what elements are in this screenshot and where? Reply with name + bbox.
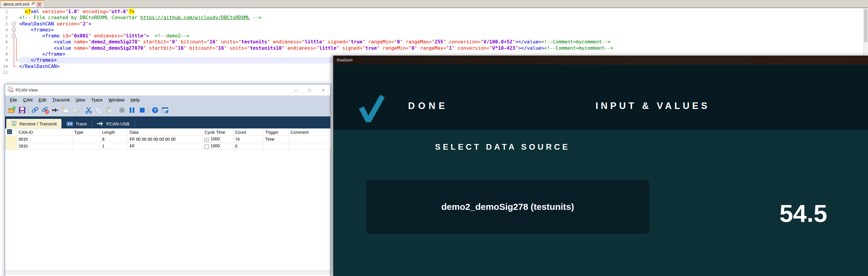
- stop-button[interactable]: [137, 105, 147, 115]
- code-line[interactable]: 6 <value name="demo2_demoSig278" startbi…: [0, 39, 868, 45]
- cell-trigger: Time: [264, 136, 289, 143]
- pcan-statusbar: [5, 270, 330, 275]
- header-length[interactable]: Length: [100, 129, 128, 136]
- code-line[interactable]: 4 <frames>: [0, 27, 868, 33]
- edit-message-icon: [71, 106, 80, 114]
- menu-help[interactable]: Help: [128, 97, 143, 102]
- editor-scrollbar-thumb[interactable]: [864, 9, 867, 42]
- header-count[interactable]: Count: [233, 129, 264, 136]
- line-number: 7: [0, 45, 10, 51]
- line-number: 2: [0, 15, 10, 21]
- menu-window[interactable]: Window: [106, 97, 128, 102]
- realdash-body: SELECT DATA SOURCE demo2_demoSig278 (tes…: [333, 130, 868, 276]
- maximize-button[interactable]: □: [303, 84, 316, 95]
- cell-data: FF 00 00 00 00 00 00 00: [128, 136, 203, 143]
- code-line[interactable]: 3<RealDashCAN version="2">: [0, 21, 868, 27]
- menu-file[interactable]: File: [7, 97, 20, 102]
- tab-label: Receive / Transmit: [20, 121, 57, 126]
- header-data[interactable]: Data: [128, 129, 203, 136]
- paste-button[interactable]: [104, 105, 114, 115]
- code-line[interactable]: 7 <value name="demo2_demoSig27870" start…: [0, 45, 868, 51]
- fold-guide-line: [14, 26, 14, 66]
- fold-marker-line5[interactable]: [12, 34, 16, 38]
- menu-view[interactable]: View: [73, 97, 88, 102]
- pcan-toolbar: ? i: [5, 104, 330, 117]
- record-button[interactable]: [117, 105, 127, 115]
- svg-text:i: i: [166, 111, 167, 113]
- edit-message-button[interactable]: [71, 105, 81, 115]
- line-number: 4: [0, 27, 10, 33]
- fold-marker-line4[interactable]: [12, 28, 16, 31]
- help-icon: ?: [151, 106, 159, 114]
- receive-transmit-icon: [11, 121, 17, 126]
- editor-tab-demo-xml[interactable]: demo.xml.xml ×: [1, 0, 44, 7]
- minimize-button[interactable]: –: [289, 84, 303, 95]
- table-row[interactable]: 001h 8 FF 00 00 00 00 00 00 00 ✓1000 74 …: [5, 136, 331, 143]
- cell-data: FF: [128, 143, 203, 150]
- cell-length: 8: [100, 136, 128, 143]
- save-button[interactable]: [17, 105, 27, 115]
- header-cycle-time[interactable]: Cycle Time: [203, 129, 233, 136]
- line-number: 11: [0, 69, 10, 75]
- cell-count: 74: [233, 136, 264, 143]
- line-number: 6: [0, 39, 10, 45]
- menu-transmit[interactable]: Transmit: [50, 97, 73, 102]
- fold-marker-line3[interactable]: [12, 22, 16, 26]
- svg-text:CAN: CAN: [10, 90, 13, 92]
- close-tab-icon[interactable]: ×: [37, 2, 41, 7]
- reset-button[interactable]: [50, 105, 60, 115]
- cut-button[interactable]: [84, 105, 94, 115]
- header-type[interactable]: Type: [72, 129, 100, 136]
- table-row[interactable]: 281h 1 FF ✓1000 0: [5, 143, 331, 150]
- done-button[interactable]: DONE: [408, 100, 448, 111]
- copy-button[interactable]: [94, 105, 104, 115]
- disconnect-button[interactable]: [40, 105, 50, 115]
- cell-cycle-time: ✓1000: [203, 136, 233, 143]
- pcan-view-window: CAN PCAN-View – □ × FileCANEditTransmitV…: [5, 84, 331, 276]
- done-check-icon[interactable]: [359, 95, 385, 123]
- code-line[interactable]: 2<!-- File created by DBCtoRDXML Convert…: [0, 15, 868, 21]
- menu-can[interactable]: CAN: [20, 97, 36, 102]
- header-comment[interactable]: Comment: [289, 129, 331, 136]
- save-icon: [18, 106, 26, 114]
- paste-icon: [105, 106, 113, 114]
- header-can-id[interactable]: CAN-ID^: [17, 129, 72, 136]
- cell-length: 1: [100, 143, 128, 150]
- cycle-time-checkbox[interactable]: ✓: [205, 138, 209, 142]
- line-number: 9: [0, 57, 10, 63]
- close-button[interactable]: ×: [316, 84, 330, 95]
- tab-pcan-usb[interactable]: PCAN-USB: [92, 119, 134, 128]
- realdash-titlebar[interactable]: RealDash: [333, 56, 868, 65]
- tab-trace[interactable]: Trace: [62, 119, 92, 128]
- trace-panel-button[interactable]: i: [160, 105, 170, 115]
- cell-can-id: 281h: [17, 143, 72, 150]
- pin-icon[interactable]: [31, 1, 35, 7]
- cycle-time-checkbox[interactable]: ✓: [205, 145, 209, 149]
- line-number: 5: [0, 33, 10, 39]
- pause-button[interactable]: [127, 105, 137, 115]
- menu-edit[interactable]: Edit: [36, 97, 50, 102]
- cell-type: [72, 143, 100, 150]
- new-message-button[interactable]: [60, 105, 71, 115]
- record-icon: [118, 106, 126, 114]
- code-line[interactable]: 5 <frame id="0x001" endianess="little"> …: [0, 33, 868, 39]
- pcan-titlebar[interactable]: CAN PCAN-View – □ ×: [5, 84, 330, 95]
- cell-cycle-time: ✓1000: [203, 143, 233, 150]
- help-button[interactable]: ?: [150, 105, 160, 115]
- realdash-header: DONE INPUT & VALUES: [333, 65, 868, 130]
- select-all-icon: [7, 129, 12, 134]
- select-all-cell[interactable]: [5, 129, 17, 136]
- page-title: INPUT & VALUES: [595, 100, 710, 111]
- editor-tab-bar: demo.xml.xml ×: [0, 0, 868, 8]
- open-button[interactable]: [7, 105, 17, 115]
- menu-trace[interactable]: Trace: [88, 97, 106, 102]
- connect-button[interactable]: [30, 105, 40, 115]
- data-source-card[interactable]: demo2_demoSig278 (testunits): [366, 180, 649, 234]
- open-folder-icon: [8, 106, 16, 114]
- table-header-row: CAN-ID^ Type Length Data Cycle Time Coun…: [5, 129, 331, 136]
- tab-receive-transmit[interactable]: Receive / Transmit: [6, 119, 61, 128]
- trace-icon: [66, 122, 73, 126]
- copy-icon: [95, 106, 103, 114]
- code-line[interactable]: 1 <?xml version="1.0" encoding="utf-8"?>: [0, 9, 868, 15]
- header-trigger[interactable]: Trigger: [264, 129, 289, 136]
